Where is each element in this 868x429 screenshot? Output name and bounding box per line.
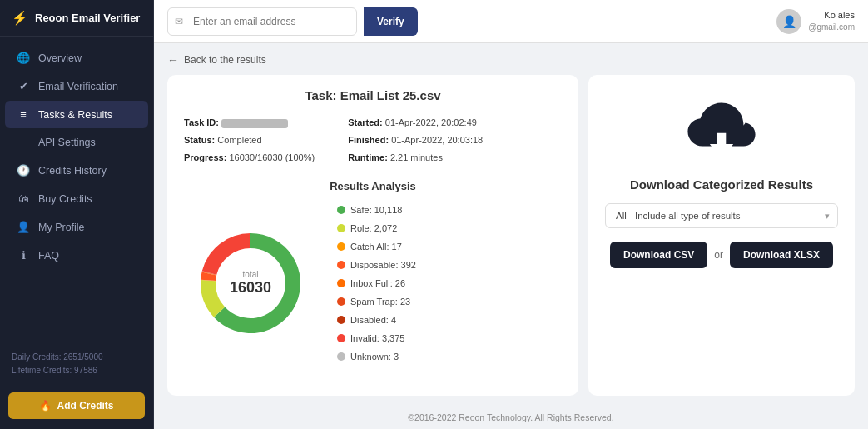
download-csv-button[interactable]: Download CSV xyxy=(610,242,707,268)
runtime-row: Runtime: 2.21 minutes xyxy=(348,149,483,167)
main-content: ✉ Verify 👤 Ko ales @gmail.com ← Back to … xyxy=(154,0,868,429)
legend-label: Disposable: 392 xyxy=(350,256,416,274)
download-type-select[interactable]: All - Include all type of resultsSafe on… xyxy=(605,203,838,228)
add-credits-button[interactable]: 🔥 Add Credits xyxy=(8,392,145,419)
sidebar-item-label: FAQ xyxy=(38,250,59,262)
meta-col-left: Task ID: Status: Completed Progress: 160… xyxy=(184,114,315,167)
donut-label: total 16030 xyxy=(230,270,271,297)
started-row: Started: 01-Apr-2022, 20:02:49 xyxy=(348,114,483,132)
content-panels: Task: Email List 25.csv Task ID: Status:… xyxy=(167,75,855,396)
legend-dot xyxy=(337,242,345,251)
progress-label: Progress: xyxy=(184,152,226,162)
legend-item: Safe: 10,118 xyxy=(337,201,416,219)
status-row: Status: Completed xyxy=(184,132,315,149)
download-xlsx-button[interactable]: Download XLSX xyxy=(730,242,833,268)
donut-total-value: 16030 xyxy=(230,279,271,297)
sidebar-nav: 🌐Overview✔Email Verification≡Tasks & Res… xyxy=(0,37,153,342)
legend-dot xyxy=(337,352,345,361)
runtime-value: 2.21 minutes xyxy=(390,152,443,162)
sidebar-credits: Daily Credits: 2651/5000 Lifetime Credit… xyxy=(0,342,153,386)
legend-item: Inbox Full: 26 xyxy=(337,274,416,292)
legend-item: Catch All: 17 xyxy=(337,237,416,256)
sidebar-logo: ⚡ Reoon Email Verifier xyxy=(0,0,153,37)
email-input-wrap: ✉ xyxy=(167,7,357,36)
fire-icon: 🔥 xyxy=(39,400,52,412)
add-credits-label: Add Credits xyxy=(57,400,113,412)
footer: ©2016-2022 Reoon Technology. All Rights … xyxy=(154,406,868,429)
email-icon: ✉ xyxy=(168,16,190,27)
overview-icon: 🌐 xyxy=(17,52,30,64)
sidebar-item-overview[interactable]: 🌐Overview xyxy=(5,44,148,72)
finished-label: Finished: xyxy=(348,135,389,145)
email-verification-icon: ✔ xyxy=(17,80,30,92)
legend-dot xyxy=(337,224,345,232)
legend-item: Invalid: 3,375 xyxy=(337,329,416,347)
meta-col-right: Started: 01-Apr-2022, 20:02:49 Finished:… xyxy=(348,114,483,167)
sidebar-item-label: Overview xyxy=(38,52,82,64)
daily-credits-label: Daily Credits: 2651/5000 xyxy=(12,351,141,364)
legend-dot xyxy=(337,297,345,306)
legend-label: Invalid: 3,375 xyxy=(350,329,404,347)
sidebar-item-label: Tasks & Results xyxy=(38,109,112,121)
cloud-download-icon xyxy=(684,100,759,162)
legend-item: Spam Trap: 23 xyxy=(337,292,416,311)
sidebar-item-tasks-results[interactable]: ≡Tasks & Results xyxy=(5,101,148,128)
sidebar: ⚡ Reoon Email Verifier 🌐Overview✔Email V… xyxy=(0,0,154,429)
sidebar-item-label: Email Verification xyxy=(38,81,118,92)
topbar-user: 👤 Ko ales @gmail.com xyxy=(776,9,855,34)
credits-history-icon: 🕐 xyxy=(17,164,30,177)
task-title: Task: Email List 25.csv xyxy=(184,88,562,102)
legend-label: Disabled: 4 xyxy=(350,311,396,329)
sidebar-item-buy-credits[interactable]: 🛍Buy Credits xyxy=(5,185,148,212)
progress-value: 16030/16030 (100%) xyxy=(229,152,315,162)
user-name: Ko ales xyxy=(808,9,855,22)
sidebar-item-faq[interactable]: ℹFAQ xyxy=(5,242,148,269)
legend-label: Safe: 10,118 xyxy=(350,201,402,219)
right-panel: Download Categorized Results All - Inclu… xyxy=(588,75,855,396)
download-buttons: Download CSV or Download XLSX xyxy=(610,242,833,268)
left-panel: Task: Email List 25.csv Task ID: Status:… xyxy=(167,75,578,396)
sidebar-item-label: Buy Credits xyxy=(38,193,92,205)
sidebar-item-label: Credits History xyxy=(38,165,107,177)
legend-dot xyxy=(337,279,345,287)
legend-item: Disabled: 4 xyxy=(337,311,416,329)
download-select-wrap: All - Include all type of resultsSafe on… xyxy=(605,203,838,228)
lifetime-credits-label: Lifetime Credits: 97586 xyxy=(12,364,141,377)
user-email: @gmail.com xyxy=(808,22,855,33)
app-title: Reoon Email Verifier xyxy=(35,12,140,24)
user-info: Ko ales @gmail.com xyxy=(808,9,855,33)
legend-label: Spam Trap: 23 xyxy=(350,292,410,311)
legend-dot xyxy=(337,261,345,269)
download-icon-wrap xyxy=(684,100,759,166)
donut-total-label: total xyxy=(230,270,271,279)
status-label: Status: xyxy=(184,135,215,145)
sidebar-item-api-settings[interactable]: API Settings xyxy=(5,129,148,156)
sidebar-item-label: My Profile xyxy=(38,222,85,233)
progress-row: Progress: 16030/16030 (100%) xyxy=(184,149,315,167)
legend-dot xyxy=(337,316,345,324)
sidebar-item-email-verification[interactable]: ✔Email Verification xyxy=(5,72,148,100)
task-id-label: Task ID: xyxy=(184,117,219,127)
started-label: Started: xyxy=(348,117,383,127)
task-id-value xyxy=(221,119,288,128)
back-link[interactable]: ← Back to the results xyxy=(167,53,855,67)
buy-credits-icon: 🛍 xyxy=(17,192,30,205)
email-input[interactable] xyxy=(190,16,356,27)
sidebar-item-label: API Settings xyxy=(38,137,96,148)
legend-label: Inbox Full: 26 xyxy=(350,274,405,292)
verify-button[interactable]: Verify xyxy=(364,7,418,36)
finished-row: Finished: 01-Apr-2022, 20:03:18 xyxy=(348,132,483,149)
back-link-text: Back to the results xyxy=(184,54,266,66)
topbar: ✉ Verify 👤 Ko ales @gmail.com xyxy=(154,0,868,43)
sidebar-item-credits-history[interactable]: 🕐Credits History xyxy=(5,157,148,184)
sidebar-item-my-profile[interactable]: 👤My Profile xyxy=(5,213,148,241)
legend: Safe: 10,118Role: 2,072Catch All: 17Disp… xyxy=(337,201,416,366)
donut-chart: total 16030 xyxy=(184,217,317,350)
my-profile-icon: 👤 xyxy=(17,221,30,233)
legend-item: Disposable: 392 xyxy=(337,256,416,274)
avatar: 👤 xyxy=(776,9,801,34)
legend-label: Catch All: 17 xyxy=(350,237,402,256)
legend-dot xyxy=(337,206,345,214)
tasks-results-icon: ≡ xyxy=(17,108,30,121)
back-arrow-icon: ← xyxy=(167,53,179,67)
